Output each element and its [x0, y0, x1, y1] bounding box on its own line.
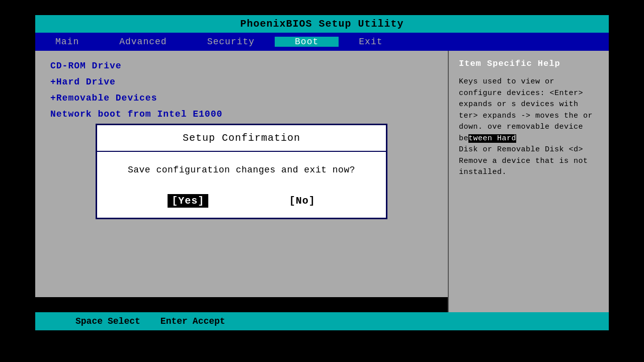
black-bar [35, 297, 448, 312]
boot-item-cdrom: CD-ROM Drive [50, 61, 433, 71]
menu-item-main[interactable]: Main [35, 37, 99, 47]
setup-confirmation-dialog: Setup Confirmation Save configuration ch… [96, 124, 387, 219]
menu-item-advanced[interactable]: Advanced [99, 37, 187, 47]
screen-container: PhoenixBIOS Setup Utility Main Advanced … [35, 15, 609, 347]
status-key-space: Space [75, 316, 103, 326]
title-bar: PhoenixBIOS Setup Utility [35, 15, 609, 33]
menu-bar: Main Advanced Security Boot Exit [35, 33, 609, 51]
boot-item-removable: +Removable Devices [50, 93, 433, 103]
boot-panel: CD-ROM Drive +Hard Drive +Removable Devi… [35, 51, 448, 312]
status-action-select: Select [108, 316, 140, 326]
menu-item-exit[interactable]: Exit [339, 37, 403, 47]
help-panel: Item Specific Help Keys used to view or … [448, 51, 609, 312]
dialog-overlay: Setup Confirmation Save configuration ch… [35, 51, 448, 312]
menu-item-boot[interactable]: Boot [275, 37, 339, 47]
title-text: PhoenixBIOS Setup Utility [240, 18, 404, 30]
dialog-buttons: [Yes] [No] [97, 189, 386, 218]
boot-item-hard-drive: +Hard Drive [50, 77, 433, 87]
status-key-enter: Enter [160, 316, 188, 326]
boot-item-network: Network boot from Intel E1000 [50, 109, 433, 119]
status-item-enter: Enter Accept [160, 316, 225, 326]
status-bar: Space Select Enter Accept [35, 312, 609, 330]
help-title: Item Specific Help [459, 59, 599, 68]
status-item-space: Space Select [75, 316, 140, 326]
dialog-no-button[interactable]: [No] [289, 194, 315, 208]
dialog-yes-button[interactable]: [Yes] [168, 194, 208, 208]
main-content: CD-ROM Drive +Hard Drive +Removable Devi… [35, 51, 609, 312]
dialog-message: Save configuration changes and exit now? [97, 152, 386, 189]
status-action-accept: Accept [193, 316, 225, 326]
dialog-title: Setup Confirmation [97, 125, 386, 152]
help-text: Keys used to view or configure devices: … [459, 76, 599, 178]
menu-item-security[interactable]: Security [187, 37, 275, 47]
